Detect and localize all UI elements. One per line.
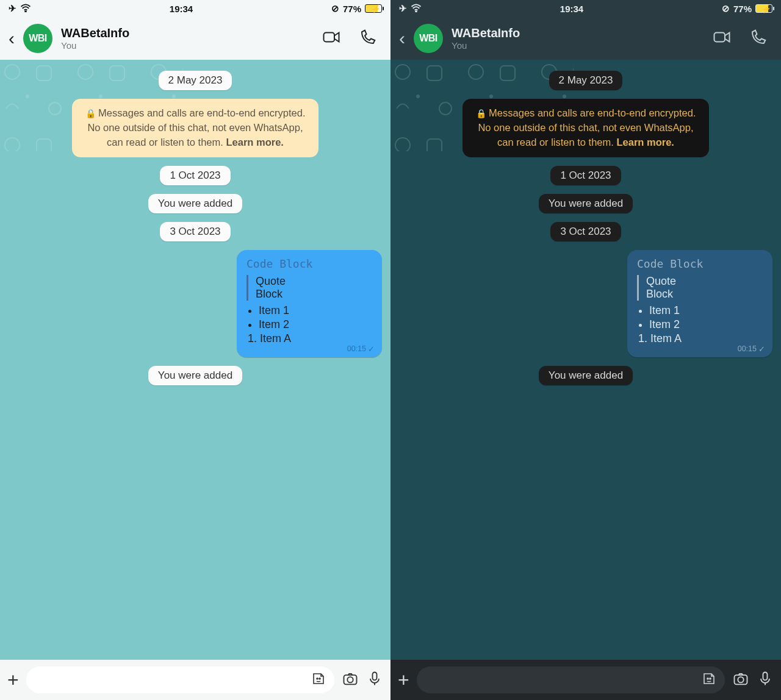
status-bar: ✈︎ 19:34 ⊘ 77% ⚡ [0, 0, 390, 17]
date-pill: 1 Oct 2023 [160, 166, 230, 185]
message-timestamp: 00:15✓ [347, 345, 375, 354]
svg-rect-11 [373, 673, 377, 680]
sent-check-icon: ✓ [368, 345, 375, 354]
bullet-list: Item 1 Item 2 [637, 304, 763, 331]
battery-percent: 77% [733, 4, 752, 14]
sent-check-icon: ✓ [758, 345, 765, 354]
chat-header: ‹ WBI WABetaInfo You [0, 17, 390, 60]
video-call-button[interactable] [317, 23, 345, 54]
chat-area[interactable]: 2 May 2023 🔒 Messages and calls are end-… [390, 60, 781, 660]
orientation-lock-icon: ⊘ [722, 3, 730, 14]
sticker-icon[interactable] [311, 671, 326, 688]
chat-area[interactable]: 2 May 2023 🔒 Messages and calls are end-… [0, 60, 390, 660]
camera-button[interactable] [732, 670, 749, 690]
status-bar: ✈︎ 19:34 ⊘ 77% ⚡ [390, 0, 781, 17]
camera-button[interactable] [342, 670, 359, 690]
wifi-icon [411, 4, 422, 14]
quote-block: Quote Block [247, 275, 372, 301]
svg-rect-23 [763, 673, 768, 680]
lock-icon: 🔒 [85, 109, 96, 118]
battery-percent: 77% [343, 4, 361, 14]
svg-point-20 [710, 678, 711, 679]
svg-point-10 [347, 677, 353, 682]
code-block-text: Code Block [247, 257, 372, 270]
battery-icon: ⚡ [755, 4, 772, 13]
chat-title-block[interactable]: WABetaInfo You [61, 26, 309, 51]
input-bar: + [0, 660, 390, 700]
svg-point-0 [25, 11, 26, 12]
svg-point-22 [738, 677, 743, 682]
svg-point-8 [319, 678, 320, 679]
back-button[interactable]: ‹ [9, 28, 15, 49]
encryption-notice[interactable]: 🔒 Messages and calls are end-to-end encr… [462, 99, 710, 157]
attach-button[interactable]: + [398, 669, 409, 691]
orientation-lock-icon: ⊘ [331, 3, 339, 14]
svg-point-12 [416, 11, 417, 12]
date-pill: 3 Oct 2023 [550, 222, 621, 241]
outgoing-message[interactable]: Code Block Quote Block Item 1 Item 2 Ite… [627, 250, 772, 357]
learn-more-link[interactable]: Learn more. [226, 137, 283, 148]
message-input[interactable] [26, 666, 334, 693]
battery-icon: ⚡ [365, 4, 382, 13]
message-timestamp: 00:15✓ [738, 345, 765, 354]
system-message: You were added [148, 194, 242, 213]
mic-button[interactable] [757, 670, 774, 690]
system-message: You were added [539, 194, 633, 213]
ordered-list: Item A [637, 332, 763, 345]
video-call-button[interactable] [708, 23, 736, 54]
system-message: You were added [539, 366, 633, 385]
mic-button[interactable] [366, 670, 383, 690]
bullet-list: Item 1 Item 2 [247, 304, 372, 331]
chat-title: WABetaInfo [452, 26, 699, 40]
date-pill: 2 May 2023 [549, 71, 623, 90]
attach-button[interactable]: + [7, 669, 19, 691]
avatar[interactable]: WBI [23, 24, 52, 53]
message-input[interactable] [417, 666, 725, 693]
voice-call-button[interactable] [744, 23, 772, 54]
avatar[interactable]: WBI [414, 24, 443, 53]
date-pill: 3 Oct 2023 [160, 222, 230, 241]
voice-call-button[interactable] [354, 23, 382, 54]
airplane-icon: ✈︎ [399, 3, 407, 14]
clock-time: 19:34 [560, 4, 583, 14]
quote-block: Quote Block [637, 275, 763, 301]
clock-time: 19:34 [170, 4, 193, 14]
code-block-text: Code Block [637, 257, 763, 270]
dark-mode-pane: ✈︎ 19:34 ⊘ 77% ⚡ ‹ WBI WABetaInfo You 2 … [390, 0, 781, 700]
learn-more-link[interactable]: Learn more. [616, 137, 674, 148]
date-pill: 1 Oct 2023 [550, 166, 621, 185]
input-bar: + [390, 660, 781, 700]
encryption-notice[interactable]: 🔒 Messages and calls are end-to-end encr… [72, 99, 319, 157]
sticker-icon[interactable] [702, 671, 716, 688]
svg-point-19 [707, 678, 708, 679]
date-pill: 2 May 2023 [159, 71, 232, 90]
chat-title-block[interactable]: WABetaInfo You [452, 26, 699, 51]
svg-rect-13 [714, 33, 725, 42]
airplane-icon: ✈︎ [9, 3, 16, 14]
svg-point-7 [317, 678, 318, 679]
lock-icon: 🔒 [476, 109, 486, 118]
svg-rect-1 [324, 33, 335, 42]
wifi-icon [20, 4, 31, 14]
light-mode-pane: ✈︎ 19:34 ⊘ 77% ⚡ ‹ WBI WABetaInfo You 2 … [0, 0, 390, 700]
chat-header: ‹ WBI WABetaInfo You [390, 17, 781, 60]
outgoing-message[interactable]: Code Block Quote Block Item 1 Item 2 Ite… [237, 250, 382, 357]
system-message: You were added [148, 366, 242, 385]
back-button[interactable]: ‹ [399, 28, 405, 49]
chat-subtitle: You [452, 40, 699, 51]
chat-title: WABetaInfo [61, 26, 309, 40]
chat-subtitle: You [61, 40, 309, 51]
ordered-list: Item A [247, 332, 372, 345]
